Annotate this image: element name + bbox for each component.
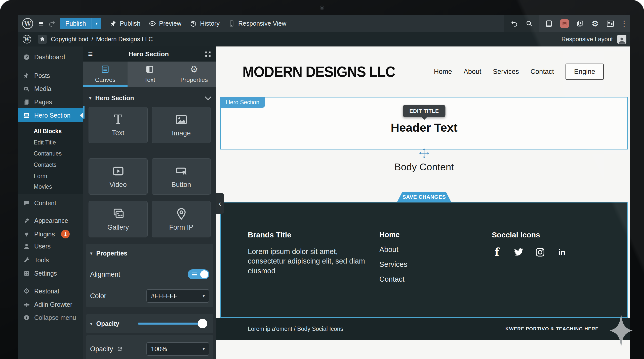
submenu-item-form[interactable]: Form	[34, 171, 47, 181]
twitter-icon[interactable]	[513, 247, 524, 257]
nav-link-contact[interactable]: Contact	[531, 68, 554, 76]
facebook-icon[interactable]: f	[492, 247, 502, 257]
expand-icon[interactable]	[205, 51, 211, 58]
eye-icon	[149, 20, 156, 27]
block-tile-form-ip[interactable]: Form IP	[152, 201, 211, 237]
hero-section-tag[interactable]: Hero Section	[220, 97, 265, 108]
section-header-properties[interactable]: ▾ Properties	[86, 244, 213, 263]
footer-section-block[interactable]: Brands Title Lorem ipsum dolor sit amet,…	[220, 202, 628, 318]
section-header-hero[interactable]: ▾ Hero Section	[89, 92, 210, 104]
tab-canves[interactable]: Canves	[83, 62, 128, 87]
submenu-item-contacts[interactable]: Contacts	[34, 160, 57, 170]
submenu-label: Movies	[34, 183, 52, 190]
history-button[interactable]: History	[190, 20, 220, 27]
panel-collapse-handle[interactable]: ‹	[216, 193, 224, 214]
wordpress-logo-icon[interactable]: W	[22, 18, 33, 29]
toggle-knob[interactable]	[200, 270, 208, 278]
block-tile-button[interactable]: Button	[152, 158, 211, 195]
linkedin-icon[interactable]: in	[557, 247, 567, 257]
block-tile-image[interactable]: Image	[152, 107, 211, 143]
comment-icon	[23, 200, 30, 207]
sidebar-item-hero-section[interactable]: Hero Section	[18, 108, 83, 122]
block-tile-video[interactable]: Video	[89, 158, 148, 195]
submenu-item-contanues[interactable]: Contanues	[34, 148, 62, 159]
sidebar-item-users[interactable]: Users	[18, 240, 83, 253]
builder-panel: ≡ Hero Section Canves Text	[83, 46, 216, 359]
nav-link-services[interactable]: Services	[493, 68, 519, 76]
sidebar-item-tools[interactable]: Tools	[18, 253, 83, 267]
publish-button[interactable]: Publish ▾	[60, 18, 101, 29]
hero-section-block[interactable]: Hero Section EDIT TITLE Header Text	[220, 97, 628, 149]
save-changes-button[interactable]: SAVE CHANGES	[397, 192, 451, 202]
search-icon[interactable]	[526, 20, 533, 27]
move-icon[interactable]	[419, 148, 429, 159]
responsive-view-button[interactable]: Responsive View	[228, 20, 286, 27]
sidebar-item-pages[interactable]: Pages	[18, 95, 83, 109]
sidebar-item-dashboard[interactable]: Dashboard	[18, 50, 83, 64]
sidebar-item-collapse-menu[interactable]: Collapse menu	[18, 311, 83, 324]
layers-icon[interactable]	[576, 20, 584, 27]
home-icon[interactable]	[38, 35, 47, 44]
canvas-doc-icon	[101, 65, 110, 74]
color-value: #FFFFFF	[151, 292, 178, 300]
submenu-item-all-blocks[interactable]: All Blocks	[34, 126, 62, 136]
sidebar-item-media[interactable]: Media	[18, 82, 83, 95]
footer-link-contact[interactable]: Contact	[379, 275, 407, 283]
footer-link-services[interactable]: Services	[379, 260, 407, 269]
settings-gear-icon[interactable]: ⚙	[591, 20, 599, 28]
undo-icon[interactable]	[511, 20, 518, 27]
submenu-item-edit-title[interactable]: Edit Title	[34, 137, 56, 147]
sidebar-item-settings[interactable]: Settings	[18, 267, 83, 280]
nav-link-home[interactable]: Home	[434, 68, 452, 76]
submenu-item-movies[interactable]: Movies	[34, 182, 52, 192]
image-library-icon[interactable]	[560, 19, 569, 28]
publish-dropdown-caret-icon[interactable]: ▾	[92, 21, 101, 26]
layout-panel-icon[interactable]	[606, 20, 614, 27]
tab-properties[interactable]: ⚙ Properties	[172, 62, 216, 87]
tablet-icon[interactable]	[545, 20, 553, 27]
opacity-label-group: Opacity	[90, 345, 123, 353]
panel-menu-icon[interactable]: ≡	[88, 50, 93, 58]
redo-icon[interactable]	[49, 20, 55, 27]
sidebar-item-appearance[interactable]: Appearance	[18, 214, 83, 227]
color-select[interactable]: #FFFFFF ▾	[146, 289, 209, 303]
gear-icon: ⚙	[190, 65, 198, 74]
tab-label: Canves	[95, 76, 115, 83]
nav-link-about[interactable]: About	[464, 68, 481, 76]
preview-button[interactable]: Preview	[149, 20, 181, 27]
save-changes-wrap: SAVE CHANGES	[220, 192, 628, 202]
block-tile-text[interactable]: T Text	[89, 107, 148, 143]
avatar[interactable]	[617, 35, 626, 44]
sidebar-item-plugins[interactable]: Plugins 1	[18, 228, 83, 241]
footer-link-about[interactable]: About	[379, 245, 407, 254]
more-options-kebab-icon[interactable]: ⋮	[620, 19, 628, 28]
slider-knob[interactable]	[198, 319, 207, 328]
laptop-frame: W ≡ Publish ▾ Publish Preview History	[0, 0, 644, 359]
breadcrumb-site[interactable]: Copyright bod	[51, 36, 88, 43]
sidebar-item-content[interactable]: Content	[18, 196, 83, 210]
edit-title-tooltip[interactable]: EDIT TITLE	[403, 105, 446, 117]
opacity-slider[interactable]	[138, 323, 205, 325]
opacity-select[interactable]: 100% ▾	[146, 342, 209, 356]
external-link-icon[interactable]	[117, 346, 123, 352]
engine-button[interactable]: Engine	[566, 64, 604, 80]
block-tile-gallery[interactable]: Gallery	[89, 201, 148, 237]
sidebar-item-posts[interactable]: Posts	[18, 69, 83, 82]
sidebar-item-restonal[interactable]: ⚙ Restonal	[18, 285, 83, 298]
alignment-toggle[interactable]	[188, 269, 209, 279]
publish-button-label: Publish	[60, 20, 92, 27]
tab-text[interactable]: Text	[128, 62, 172, 87]
caret-down-icon: ▾	[203, 346, 205, 352]
publish-pin-button[interactable]: Publish	[110, 20, 140, 27]
header-text[interactable]: Header Text	[221, 121, 627, 134]
body-content-text[interactable]: Body Content	[220, 162, 628, 173]
instagram-icon[interactable]	[535, 247, 545, 257]
breadcrumb-page[interactable]: Modern Designs LLC	[96, 36, 153, 43]
footer-link-home[interactable]: Home	[379, 231, 407, 239]
menu-hamburger-icon[interactable]: ≡	[39, 20, 44, 28]
wordpress-logo-small-icon[interactable]: W	[23, 35, 31, 43]
brands-title: Brands Title	[248, 231, 369, 239]
chevron-down-icon[interactable]	[205, 94, 211, 100]
sidebar-item-adiin-growter[interactable]: Adiin Growter	[18, 298, 83, 311]
history-label: History	[200, 20, 220, 27]
